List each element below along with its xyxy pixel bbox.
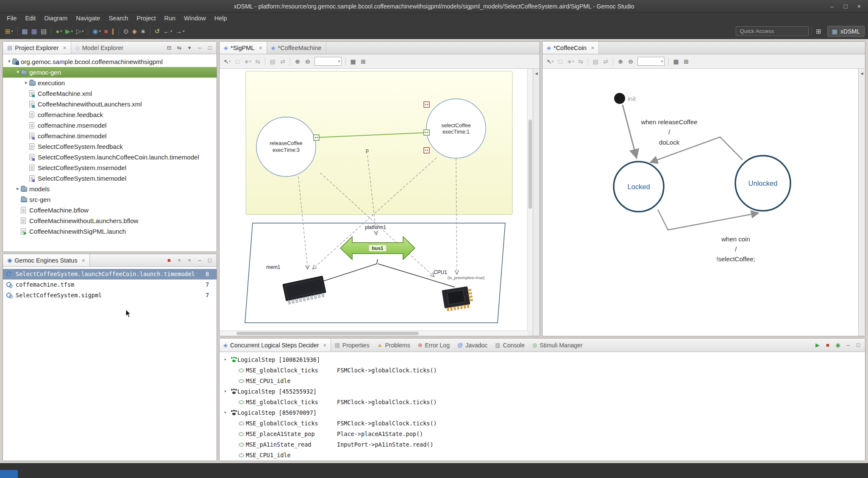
- transition-locked-unlocked[interactable]: [658, 210, 759, 230]
- layers-icon[interactable]: ⊞: [682, 57, 691, 66]
- tree-item-coffemachine-timemodel[interactable]: coffemachine.timemodel: [3, 131, 217, 141]
- tab-javadoc[interactable]: @Javadoc: [453, 338, 491, 352]
- expand-arrow[interactable]: ▾: [224, 410, 227, 415]
- mse-row[interactable]: MSE_globalClock_ticksFSMClock->globalClo…: [220, 397, 865, 408]
- vertical-scrollbar[interactable]: [527, 69, 533, 330]
- tab-coffeemachine[interactable]: ◈*CoffeeMachine: [267, 42, 326, 54]
- marquee-zoom-icon[interactable]: □: [556, 57, 565, 66]
- link-editor-icon[interactable]: ⇆: [175, 43, 184, 53]
- external-tools-icon[interactable]: ▷▾: [75, 26, 85, 37]
- tree-item-org-gemoc-sample-bcool-coffeemachinewithsigpml[interactable]: ▾org.gemoc.sample.bcool.coffeemachinewit…: [3, 56, 217, 67]
- stop-engine-icon[interactable]: ■: [164, 256, 174, 265]
- close-icon[interactable]: ×: [323, 342, 326, 349]
- layers-icon[interactable]: ⊞: [359, 57, 368, 66]
- remove-all-engines-icon[interactable]: ×: [185, 256, 194, 265]
- last-edit-icon[interactable]: ↺: [153, 26, 161, 37]
- init-state[interactable]: [614, 93, 625, 104]
- maximize-icon[interactable]: □: [205, 256, 214, 265]
- zoom-in-icon[interactable]: ⊕: [616, 57, 625, 66]
- engine-status-icon[interactable]: ◉: [833, 341, 843, 350]
- tree-item-selectcoffeesystem-feedback[interactable]: SelectCoffeeSystem.feedback: [3, 141, 217, 152]
- open-perspective-icon[interactable]: ⊞: [815, 26, 823, 37]
- align-icon[interactable]: ⇆: [576, 57, 585, 66]
- tab-sigpml[interactable]: ◈*SigPML×: [220, 42, 267, 54]
- pause-icon[interactable]: ∥: [110, 26, 116, 37]
- menu-edit[interactable]: Edit: [21, 13, 40, 24]
- expand-arrow[interactable]: ▸: [15, 186, 21, 191]
- menu-project[interactable]: Project: [132, 13, 160, 24]
- zoom-combo[interactable]: ▾: [637, 57, 665, 66]
- tree-item-src-gen[interactable]: src-gen: [3, 194, 217, 205]
- actor-releasecoffee-node[interactable]: [256, 117, 316, 176]
- search-icon[interactable]: ⊙: [122, 26, 130, 37]
- window-titlebar[interactable]: xDSML - platform:/resource/org.gemoc.sam…: [0, 0, 868, 13]
- engine-row[interactable]: SelectCoffeeSystem.launchCoffeeCoin.laun…: [3, 269, 217, 280]
- open-element-icon[interactable]: ◆: [131, 26, 139, 37]
- logical-step-row[interactable]: ▾LogicalStep [856970097]: [220, 408, 865, 418]
- zoom-out-icon[interactable]: ⊖: [303, 57, 312, 66]
- arrange-icon[interactable]: ∗▾: [243, 57, 252, 66]
- maximize-button[interactable]: □: [842, 3, 849, 10]
- menu-window[interactable]: Window: [180, 13, 210, 24]
- tab-error-log[interactable]: ⊗Error Log: [414, 338, 453, 352]
- tab-problems[interactable]: ▲Problems: [373, 338, 414, 352]
- debug-icon[interactable]: ●▾: [54, 26, 63, 37]
- tree-item-selectcoffeesystem-timemodel[interactable]: SelectCoffeeSystem.timemodel: [3, 173, 217, 184]
- tree-item-models[interactable]: ▸models: [3, 184, 217, 194]
- port-selectcoffee-bottom[interactable]: [424, 148, 429, 153]
- zoom-out-icon[interactable]: ⊖: [626, 57, 635, 66]
- actor-selectcoffee-node[interactable]: [426, 99, 486, 158]
- save-icon[interactable]: ▦: [21, 26, 29, 37]
- show-connectors-icon[interactable]: ⇄: [278, 57, 287, 66]
- tree-item-coffeemachinewithoutlaunchers-bflow[interactable]: CoffeeMachinewithoutLaunchers.bflow: [3, 215, 217, 226]
- close-button[interactable]: ×: [855, 3, 863, 10]
- tree-item-coffemachine-feedback[interactable]: coffemachine.feedback: [3, 109, 217, 120]
- expand-arrow[interactable]: ▾: [224, 389, 227, 394]
- print-icon[interactable]: ▤: [39, 26, 48, 37]
- zoom-combo[interactable]: ▾: [314, 57, 342, 66]
- close-icon[interactable]: ×: [591, 45, 594, 51]
- minimize-icon[interactable]: –: [195, 43, 204, 53]
- tree-item-coffemachine-msemodel[interactable]: coffemachine.msemodel: [3, 120, 217, 131]
- tree-item-coffeemachine-bflow[interactable]: CoffeeMachine.bflow: [3, 205, 217, 215]
- horizontal-scrollbar[interactable]: [220, 330, 527, 336]
- mse-row[interactable]: MSE_placeA1State_popPlace->placeA1State.…: [220, 429, 865, 439]
- tab-console[interactable]: ▥Console: [491, 338, 529, 352]
- zoom-in-icon[interactable]: ⊕: [293, 57, 302, 66]
- logical-step-row[interactable]: ▾LogicalStep [1008261936]: [220, 355, 865, 365]
- tab-properties[interactable]: ▤Properties: [331, 338, 373, 352]
- select-tool-icon[interactable]: ↖▾: [545, 57, 555, 66]
- engine-row[interactable]: SelectCoffeeSystem.sigpml7: [3, 290, 217, 301]
- menu-help[interactable]: Help: [210, 13, 231, 24]
- transition-init-locked[interactable]: [623, 105, 637, 158]
- tree-item-selectcoffeesystem-launchcoffeecoin-launch-timemodel[interactable]: SelectCoffeeSystem.launchCoffeeCoin.laun…: [3, 152, 217, 162]
- terminate-icon[interactable]: ■: [823, 341, 832, 350]
- tab-coffeecoin[interactable]: ◈*CoffeeCoin×: [542, 42, 599, 54]
- tab-model-explorer[interactable]: ◇Model Explorer: [71, 42, 128, 54]
- maximize-icon[interactable]: □: [205, 43, 214, 53]
- sigpml-canvas[interactable]: platform1 p releaseCoffee execTime:3 sel…: [220, 69, 527, 330]
- menu-diagram[interactable]: Diagram: [40, 13, 72, 24]
- palette-expand-icon[interactable]: ◀: [535, 72, 537, 75]
- cpu-chip[interactable]: [442, 286, 474, 311]
- expand-arrow[interactable]: ▾: [224, 357, 227, 362]
- port-releasecoffee-out[interactable]: [314, 135, 319, 140]
- back-icon[interactable]: ←▾: [162, 26, 173, 37]
- save-all-icon[interactable]: ▦: [30, 26, 39, 37]
- mse-row[interactable]: MSE_globalClock_ticksFSMClock->globalClo…: [220, 418, 865, 429]
- run-icon[interactable]: ▶▾: [64, 26, 74, 37]
- tree-item-coffeemachine-xml[interactable]: CoffeeMachine.xml: [3, 88, 217, 99]
- align-icon[interactable]: ⇆: [253, 57, 262, 66]
- collapse-all-icon[interactable]: ⊟: [164, 43, 174, 53]
- port-selectcoffee-in[interactable]: [424, 130, 429, 135]
- dispose-engine-icon[interactable]: ×: [175, 256, 184, 265]
- mse-row[interactable]: MSE_pA1inState_readInputPort->pA1inState…: [220, 439, 865, 450]
- platform-container[interactable]: [245, 223, 505, 323]
- menu-file[interactable]: File: [3, 13, 21, 24]
- engine-row[interactable]: coffemachine.tfsm7: [3, 280, 217, 290]
- close-icon[interactable]: ×: [259, 45, 262, 51]
- quick-access-input[interactable]: [736, 26, 809, 36]
- forward-icon[interactable]: →▾: [174, 26, 186, 37]
- hide-decorations-icon[interactable]: ▤: [268, 57, 277, 66]
- maximize-icon[interactable]: □: [854, 341, 863, 350]
